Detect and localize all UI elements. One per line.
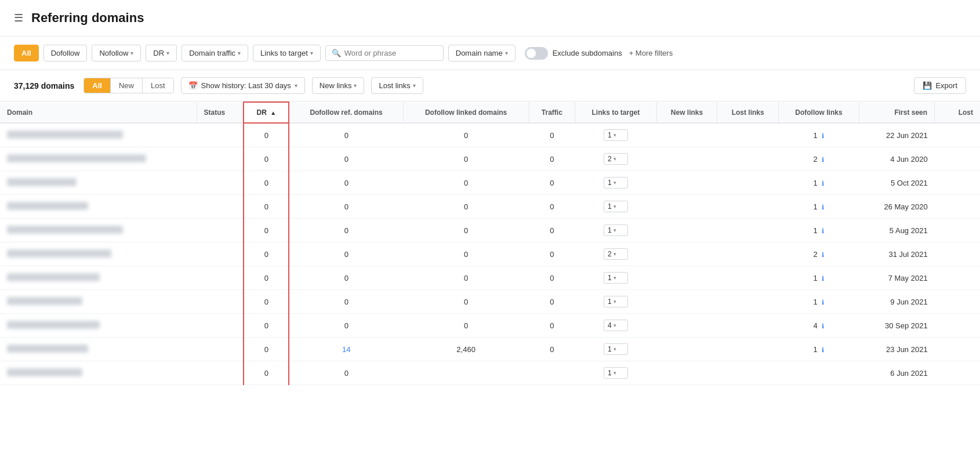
status-cell — [197, 242, 244, 266]
calendar-icon: 📅 — [188, 81, 198, 90]
info-icon[interactable]: ℹ — [822, 156, 824, 163]
links-to-target-cell: 1 ▾ — [575, 338, 656, 361]
links-to-target-dropdown[interactable]: 1 ▾ — [604, 201, 628, 212]
domain-blurred — [7, 368, 82, 376]
links-to-target-dropdown[interactable]: 1 ▾ — [604, 343, 628, 355]
sort-asc-icon: ▲ — [270, 110, 276, 116]
status-cell — [197, 147, 244, 171]
links-to-target-dropdown[interactable]: 1 ▾ — [604, 272, 628, 284]
domain-count: 37,129 domains — [14, 81, 74, 90]
links-to-target-dropdown[interactable]: 2 ▾ — [604, 153, 628, 165]
col-dofollow-links: Dofollow links — [779, 102, 859, 123]
links-to-target-dropdown[interactable]: 1 ▾ — [604, 177, 628, 189]
dofollow-ref-link[interactable]: 14 — [342, 345, 350, 354]
domain-blurred — [7, 273, 100, 281]
table-row: 00004 ▾4 ℹ30 Sep 2021 — [0, 314, 980, 338]
traffic-cell: 0 — [529, 147, 575, 171]
links-to-target-dropdown[interactable]: 1 ▾ — [604, 224, 628, 236]
dr-cell: 0 — [244, 195, 289, 219]
search-wrap: 🔍 — [325, 45, 444, 61]
page-title: Referring domains — [31, 10, 144, 26]
info-icon[interactable]: ℹ — [822, 251, 824, 258]
hamburger-icon[interactable]: ☰ — [14, 12, 23, 24]
new-links-cell — [656, 219, 717, 242]
domain-cell — [0, 123, 197, 147]
lost-links-cell — [717, 314, 779, 338]
dofollow-links-cell: 4 ℹ — [779, 314, 859, 338]
first-seen-cell: 23 Jun 2021 — [859, 338, 934, 361]
more-filters-btn[interactable]: + More filters — [627, 45, 676, 61]
show-history-btn[interactable]: 📅 Show history: Last 30 days ▾ — [181, 77, 305, 94]
status-cell — [197, 171, 244, 195]
new-links-cell — [656, 338, 717, 361]
col-status: Status — [197, 102, 244, 123]
search-icon: 🔍 — [332, 49, 341, 57]
lost-links-cell — [717, 219, 779, 242]
dr-cell: 0 — [244, 219, 289, 242]
lost-links-cell — [717, 123, 779, 147]
domain-traffic-chevron-icon: ▾ — [238, 50, 241, 56]
filter-dr-btn[interactable]: DR ▾ — [146, 45, 177, 61]
links-to-target-cell: 1 ▾ — [575, 266, 656, 290]
status-cell — [197, 195, 244, 219]
domain-blurred — [7, 131, 123, 139]
traffic-cell: 0 — [529, 290, 575, 314]
links-to-target-dropdown[interactable]: 1 ▾ — [604, 296, 628, 307]
info-icon[interactable]: ℹ — [822, 346, 824, 353]
traffic-cell: 0 — [529, 171, 575, 195]
dofollow-ref-cell: 0 — [289, 242, 403, 266]
exclude-subdomains-toggle[interactable] — [525, 47, 548, 60]
new-links-cell — [656, 266, 717, 290]
tab-all[interactable]: All — [84, 78, 111, 93]
dr-cell: 0 — [244, 314, 289, 338]
info-icon[interactable]: ℹ — [822, 322, 824, 329]
new-links-cell — [656, 123, 717, 147]
info-icon[interactable]: ℹ — [822, 204, 824, 211]
dropdown-chevron-icon: ▾ — [614, 227, 616, 233]
filter-dofollow-btn[interactable]: Dofollow — [43, 45, 88, 61]
nofollow-chevron-icon: ▾ — [130, 50, 133, 56]
info-icon[interactable]: ℹ — [822, 132, 824, 139]
links-to-target-dropdown[interactable]: 4 ▾ — [604, 320, 628, 331]
dofollow-linked-cell: 0 — [403, 219, 529, 242]
col-dr[interactable]: DR ▲ — [244, 102, 289, 123]
dofollow-ref-cell: 0 — [289, 195, 403, 219]
domain-cell — [0, 171, 197, 195]
search-input[interactable] — [344, 49, 437, 57]
lost-col-cell — [935, 195, 980, 219]
filter-nofollow-btn[interactable]: Nofollow ▾ — [92, 45, 141, 61]
new-links-cell — [656, 171, 717, 195]
dropdown-chevron-icon: ▾ — [614, 156, 616, 162]
new-links-cell — [656, 147, 717, 171]
links-to-target-cell: 4 ▾ — [575, 314, 656, 338]
filter-links-to-target-btn[interactable]: Links to target ▾ — [253, 45, 321, 61]
export-btn[interactable]: 💾 Export — [914, 77, 966, 94]
links-to-target-dropdown[interactable]: 2 ▾ — [604, 248, 628, 260]
info-icon[interactable]: ℹ — [822, 180, 824, 187]
lost-links-btn[interactable]: Lost links ▾ — [371, 77, 423, 94]
dofollow-ref-cell: 14 — [289, 338, 403, 361]
tab-lost[interactable]: Lost — [143, 78, 173, 93]
lost-col-cell — [935, 242, 980, 266]
col-new-links: New links — [656, 102, 717, 123]
links-to-target-dropdown[interactable]: 1 ▾ — [604, 129, 628, 141]
info-icon[interactable]: ℹ — [822, 227, 824, 234]
lost-links-cell — [717, 171, 779, 195]
first-seen-cell: 6 Jun 2021 — [859, 361, 934, 385]
tab-new[interactable]: New — [111, 78, 143, 93]
links-to-target-cell: 2 ▾ — [575, 147, 656, 171]
new-links-btn[interactable]: New links ▾ — [312, 77, 365, 94]
filter-domain-name-btn[interactable]: Domain name ▾ — [448, 45, 516, 61]
lost-links-cell — [717, 290, 779, 314]
filter-domain-traffic-btn[interactable]: Domain traffic ▾ — [182, 45, 248, 61]
dofollow-ref-cell: 0 — [289, 290, 403, 314]
dropdown-chevron-icon: ▾ — [614, 132, 616, 138]
domains-table: Domain Status DR ▲ Dofollow ref. domains… — [0, 102, 980, 385]
info-icon[interactable]: ℹ — [822, 275, 824, 282]
col-dofollow-ref: Dofollow ref. domains — [289, 102, 403, 123]
links-to-target-dropdown[interactable]: 1 ▾ — [604, 367, 628, 379]
filter-all-btn[interactable]: All — [14, 45, 39, 61]
domain-cell — [0, 195, 197, 219]
dropdown-chevron-icon: ▾ — [614, 299, 616, 305]
info-icon[interactable]: ℹ — [822, 299, 824, 306]
